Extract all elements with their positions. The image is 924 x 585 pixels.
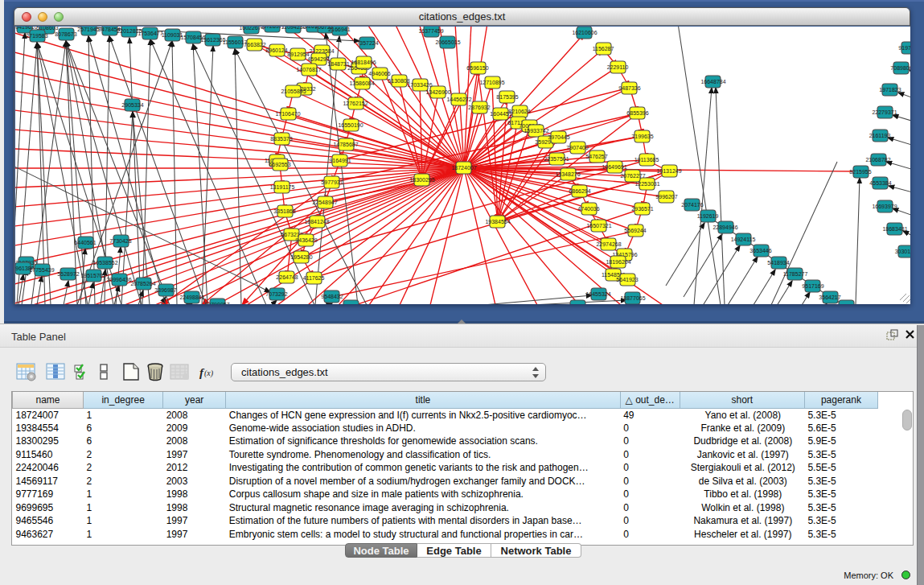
svg-text:7199635: 7199635 <box>631 134 653 139</box>
svg-text:17033426: 17033426 <box>407 82 432 88</box>
svg-text:1790481: 1790481 <box>339 303 361 304</box>
svg-text:16455324: 16455324 <box>585 291 610 297</box>
svg-text:3970445: 3970445 <box>548 134 569 140</box>
svg-text:10419610: 10419610 <box>15 27 38 30</box>
svg-text:6692553: 6692553 <box>269 162 290 167</box>
svg-text:8215955: 8215955 <box>849 169 871 175</box>
svg-text:16693979: 16693979 <box>872 204 897 209</box>
svg-text:18683481: 18683481 <box>882 226 907 232</box>
svg-text:22498841: 22498841 <box>179 295 204 300</box>
svg-text:7357224: 7357224 <box>356 40 378 46</box>
svg-text:2719583: 2719583 <box>26 33 47 39</box>
svg-text:17106470: 17106470 <box>275 111 300 117</box>
svg-text:13426900: 13426900 <box>425 89 450 95</box>
svg-text:8175395: 8175395 <box>496 94 518 100</box>
svg-text:7089806: 7089806 <box>890 65 910 71</box>
svg-text:5476257: 5476257 <box>585 154 607 159</box>
svg-text:19113685: 19113685 <box>634 157 659 163</box>
svg-text:7730428: 7730428 <box>109 238 131 244</box>
svg-text:5528972: 5528972 <box>57 271 79 277</box>
svg-text:4740036: 4740036 <box>577 206 599 212</box>
svg-text:2905334: 2905334 <box>121 102 143 108</box>
svg-text:10131249: 10131249 <box>656 168 681 174</box>
svg-text:11785277: 11785277 <box>783 271 808 277</box>
svg-text:13348276: 13348276 <box>555 171 580 177</box>
svg-text:3653446: 3653446 <box>749 248 771 253</box>
svg-text:8078673: 8078673 <box>55 31 76 37</box>
svg-text:14785687: 14785687 <box>333 142 358 147</box>
svg-text:3564217: 3564217 <box>819 295 840 300</box>
svg-text:6866294: 6866294 <box>569 188 590 194</box>
svg-text:9548432: 9548432 <box>321 294 343 299</box>
svg-text:10538552: 10538552 <box>92 260 117 266</box>
svg-text:7907400: 7907400 <box>566 145 588 150</box>
svg-text:2161193: 2161193 <box>869 133 891 138</box>
svg-text:22279371: 22279371 <box>872 109 897 115</box>
svg-text:3030113: 3030113 <box>895 249 910 254</box>
svg-text:18724007: 18724007 <box>451 165 476 171</box>
svg-text:2571945: 2571945 <box>77 27 99 32</box>
svg-text:20996436: 20996436 <box>106 277 131 282</box>
svg-text:6855396: 6855396 <box>626 110 648 116</box>
svg-text:7663822: 7663822 <box>244 42 265 47</box>
svg-text:14456272: 14456272 <box>446 97 471 102</box>
svg-text:12762152: 12762152 <box>343 101 368 106</box>
svg-text:19515702: 19515702 <box>80 273 105 278</box>
svg-text:1971823: 1971823 <box>879 87 901 93</box>
svg-text:17536477: 17536477 <box>138 31 162 36</box>
svg-text:18877065: 18877065 <box>620 295 645 301</box>
svg-text:3351868: 3351868 <box>273 208 295 214</box>
svg-text:18300295: 18300295 <box>409 177 434 183</box>
svg-text:2936571: 2936571 <box>631 206 653 212</box>
svg-text:3396987: 3396987 <box>154 287 176 293</box>
svg-text:18196204: 18196204 <box>606 259 630 265</box>
svg-text:6440561: 6440561 <box>74 240 96 245</box>
svg-text:21055895: 21055895 <box>281 89 306 94</box>
svg-text:9996207: 9996207 <box>655 194 677 200</box>
svg-text:7073292: 7073292 <box>265 291 287 297</box>
svg-text:9197443: 9197443 <box>898 45 910 51</box>
svg-text:2074176: 2074176 <box>681 202 703 208</box>
svg-text:21068782: 21068782 <box>865 157 890 163</box>
svg-text:5977931: 5977931 <box>321 179 343 185</box>
svg-text:12710895: 12710895 <box>479 80 504 85</box>
svg-text:8912954: 8912954 <box>287 51 309 57</box>
svg-text:4553384: 4553384 <box>869 180 891 186</box>
svg-text:14076817: 14076817 <box>296 67 321 72</box>
svg-text:1848731: 1848731 <box>327 61 349 67</box>
svg-text:8210624: 8210624 <box>508 109 530 114</box>
svg-text:2229110: 2229110 <box>607 64 629 70</box>
svg-text:13586084: 13586084 <box>349 80 374 86</box>
svg-text:16648784: 16648784 <box>700 79 725 84</box>
svg-text:4946066: 4946066 <box>368 71 390 76</box>
svg-text:21416580: 21416580 <box>565 303 589 304</box>
svg-text:22357501: 22357501 <box>544 156 569 162</box>
svg-text:20762277: 20762277 <box>620 173 645 179</box>
svg-text:19384554: 19384554 <box>485 219 510 225</box>
svg-text:5641923: 5641923 <box>616 277 638 282</box>
svg-text:20785264: 20785264 <box>130 281 155 286</box>
svg-text:17755439: 17755439 <box>29 267 54 273</box>
svg-text:6596150: 6596150 <box>466 65 488 71</box>
svg-text:8960124: 8960124 <box>265 47 287 53</box>
svg-text:9487336: 9487336 <box>618 85 640 91</box>
svg-text:15933742: 15933742 <box>524 128 548 134</box>
svg-text:22894946: 22894946 <box>713 225 737 230</box>
svg-text:10009594: 10009594 <box>834 303 859 304</box>
svg-text:10649691: 10649691 <box>602 164 626 170</box>
svg-text:15507321: 15507321 <box>586 223 611 229</box>
svg-text:2264748: 2264748 <box>276 274 298 280</box>
svg-text:1156287: 1156287 <box>593 46 614 51</box>
svg-text:1954280: 1954280 <box>290 254 312 260</box>
svg-text:16377459: 16377459 <box>418 28 443 34</box>
svg-text:4594297: 4594297 <box>307 56 329 62</box>
svg-text:1192619: 1192619 <box>697 213 719 219</box>
svg-text:(x): (x) <box>204 369 214 378</box>
svg-text:8835373: 8835373 <box>270 136 292 142</box>
svg-text:13191175: 13191175 <box>270 184 295 190</box>
svg-text:9436429: 9436429 <box>295 237 317 243</box>
svg-text:22974268: 22974268 <box>596 241 621 247</box>
svg-text:2876932: 2876932 <box>468 105 490 110</box>
svg-text:16550190: 16550190 <box>338 122 363 128</box>
svg-text:16210606: 16210606 <box>572 30 597 35</box>
